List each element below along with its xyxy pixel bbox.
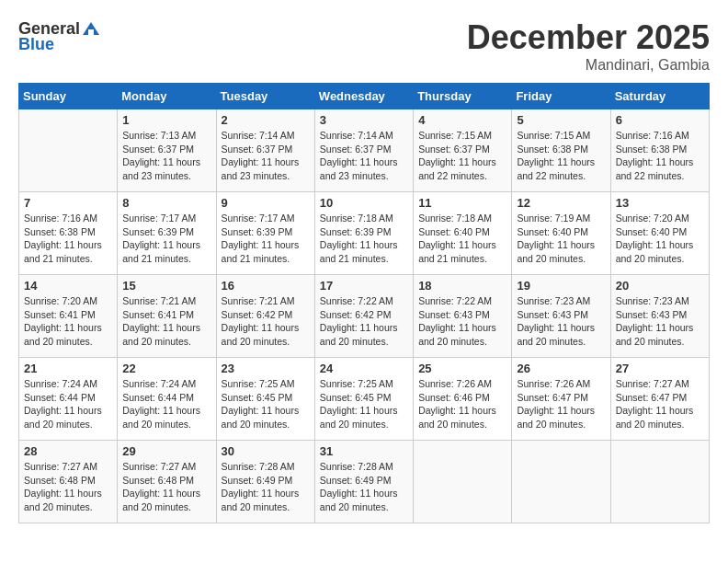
- day-number: 8: [122, 196, 210, 210]
- day-cell-content: Sunrise: 7:27 AM Sunset: 6:47 PM Dayligh…: [616, 377, 704, 431]
- day-number: 5: [517, 113, 605, 127]
- table-row: 11Sunrise: 7:18 AM Sunset: 6:40 PM Dayli…: [414, 192, 512, 275]
- page-header: General Blue December 2025 Mandinari, Ga…: [18, 18, 710, 74]
- week-row-5: 28Sunrise: 7:27 AM Sunset: 6:48 PM Dayli…: [19, 441, 710, 523]
- day-cell-content: Sunrise: 7:26 AM Sunset: 6:46 PM Dayligh…: [418, 377, 506, 431]
- table-row: 12Sunrise: 7:19 AM Sunset: 6:40 PM Dayli…: [512, 192, 610, 275]
- day-cell-content: Sunrise: 7:24 AM Sunset: 6:44 PM Dayligh…: [24, 377, 112, 431]
- table-row: [19, 109, 118, 192]
- day-cell-content: Sunrise: 7:15 AM Sunset: 6:38 PM Dayligh…: [517, 129, 605, 183]
- day-number: 9: [222, 196, 310, 210]
- day-number: 14: [24, 279, 112, 293]
- day-cell-content: Sunrise: 7:23 AM Sunset: 6:43 PM Dayligh…: [616, 294, 704, 349]
- table-row: 24Sunrise: 7:25 AM Sunset: 6:45 PM Dayli…: [314, 358, 413, 441]
- table-row: 22Sunrise: 7:24 AM Sunset: 6:44 PM Dayli…: [118, 358, 216, 441]
- day-cell-content: Sunrise: 7:17 AM Sunset: 6:39 PM Dayligh…: [222, 212, 310, 266]
- table-row: 4Sunrise: 7:15 AM Sunset: 6:37 PM Daylig…: [414, 109, 512, 192]
- table-row: 13Sunrise: 7:20 AM Sunset: 6:40 PM Dayli…: [610, 192, 709, 275]
- day-number: 17: [320, 279, 408, 293]
- table-row: 16Sunrise: 7:21 AM Sunset: 6:42 PM Dayli…: [216, 275, 314, 358]
- table-row: 26Sunrise: 7:26 AM Sunset: 6:47 PM Dayli…: [512, 358, 610, 441]
- col-monday: Monday: [118, 84, 216, 109]
- day-cell-content: Sunrise: 7:22 AM Sunset: 6:42 PM Dayligh…: [320, 294, 408, 349]
- day-cell-content: Sunrise: 7:20 AM Sunset: 6:41 PM Dayligh…: [24, 294, 112, 349]
- day-number: 11: [418, 196, 506, 210]
- day-number: 18: [418, 279, 506, 293]
- col-sunday: Sunday: [19, 84, 118, 109]
- logo: General Blue: [18, 18, 101, 54]
- table-row: 3Sunrise: 7:14 AM Sunset: 6:37 PM Daylig…: [314, 109, 413, 192]
- table-row: 8Sunrise: 7:17 AM Sunset: 6:39 PM Daylig…: [118, 192, 216, 275]
- day-number: 15: [122, 279, 210, 293]
- day-number: 19: [517, 279, 605, 293]
- col-tuesday: Tuesday: [216, 84, 314, 109]
- week-row-3: 14Sunrise: 7:20 AM Sunset: 6:41 PM Dayli…: [19, 275, 710, 358]
- day-cell-content: Sunrise: 7:18 AM Sunset: 6:39 PM Dayligh…: [320, 212, 408, 266]
- day-number: 4: [418, 113, 506, 127]
- table-row: 10Sunrise: 7:18 AM Sunset: 6:39 PM Dayli…: [314, 192, 413, 275]
- day-cell-content: Sunrise: 7:16 AM Sunset: 6:38 PM Dayligh…: [24, 212, 112, 266]
- day-cell-content: Sunrise: 7:27 AM Sunset: 6:48 PM Dayligh…: [24, 460, 112, 514]
- logo-icon: [81, 18, 101, 39]
- calendar-header-row: Sunday Monday Tuesday Wednesday Thursday…: [19, 84, 710, 109]
- table-row: 14Sunrise: 7:20 AM Sunset: 6:41 PM Dayli…: [19, 275, 118, 358]
- day-number: 6: [616, 113, 704, 127]
- day-cell-content: Sunrise: 7:23 AM Sunset: 6:43 PM Dayligh…: [517, 294, 605, 349]
- day-number: 1: [122, 113, 210, 127]
- calendar-table: Sunday Monday Tuesday Wednesday Thursday…: [18, 83, 710, 523]
- logo-blue-text: Blue: [18, 35, 54, 54]
- day-number: 2: [222, 113, 310, 127]
- day-cell-content: Sunrise: 7:18 AM Sunset: 6:40 PM Dayligh…: [418, 212, 506, 266]
- day-number: 25: [418, 362, 506, 375]
- day-number: 27: [616, 362, 704, 375]
- day-number: 22: [122, 362, 210, 375]
- table-row: [610, 441, 709, 523]
- table-row: 6Sunrise: 7:16 AM Sunset: 6:38 PM Daylig…: [610, 109, 709, 192]
- week-row-2: 7Sunrise: 7:16 AM Sunset: 6:38 PM Daylig…: [19, 192, 710, 275]
- day-number: 7: [24, 196, 112, 210]
- table-row: 21Sunrise: 7:24 AM Sunset: 6:44 PM Dayli…: [19, 358, 118, 441]
- day-number: 12: [517, 196, 605, 210]
- week-row-4: 21Sunrise: 7:24 AM Sunset: 6:44 PM Dayli…: [19, 358, 710, 441]
- day-cell-content: Sunrise: 7:19 AM Sunset: 6:40 PM Dayligh…: [517, 212, 605, 266]
- day-cell-content: Sunrise: 7:13 AM Sunset: 6:37 PM Dayligh…: [122, 129, 210, 183]
- day-number: 20: [616, 279, 704, 293]
- day-number: 31: [320, 444, 408, 458]
- day-number: 23: [222, 362, 310, 375]
- day-cell-content: Sunrise: 7:24 AM Sunset: 6:44 PM Dayligh…: [122, 377, 210, 431]
- col-wednesday: Wednesday: [314, 84, 413, 109]
- day-number: 28: [24, 444, 112, 458]
- day-number: 10: [320, 196, 408, 210]
- table-row: 27Sunrise: 7:27 AM Sunset: 6:47 PM Dayli…: [610, 358, 709, 441]
- location-subtitle: Mandinari, Gambia: [467, 57, 710, 74]
- col-friday: Friday: [512, 84, 610, 109]
- day-cell-content: Sunrise: 7:17 AM Sunset: 6:39 PM Dayligh…: [122, 212, 210, 266]
- day-cell-content: Sunrise: 7:14 AM Sunset: 6:37 PM Dayligh…: [320, 129, 408, 183]
- table-row: 20Sunrise: 7:23 AM Sunset: 6:43 PM Dayli…: [610, 275, 709, 358]
- svg-marker-1: [88, 29, 94, 35]
- day-cell-content: Sunrise: 7:21 AM Sunset: 6:42 PM Dayligh…: [222, 294, 310, 349]
- table-row: 23Sunrise: 7:25 AM Sunset: 6:45 PM Dayli…: [216, 358, 314, 441]
- day-cell-content: Sunrise: 7:22 AM Sunset: 6:43 PM Dayligh…: [418, 294, 506, 349]
- table-row: 17Sunrise: 7:22 AM Sunset: 6:42 PM Dayli…: [314, 275, 413, 358]
- day-cell-content: Sunrise: 7:26 AM Sunset: 6:47 PM Dayligh…: [517, 377, 605, 431]
- day-cell-content: Sunrise: 7:16 AM Sunset: 6:38 PM Dayligh…: [616, 129, 704, 183]
- table-row: 31Sunrise: 7:28 AM Sunset: 6:49 PM Dayli…: [314, 441, 413, 523]
- day-cell-content: Sunrise: 7:27 AM Sunset: 6:48 PM Dayligh…: [122, 460, 210, 514]
- day-cell-content: Sunrise: 7:28 AM Sunset: 6:49 PM Dayligh…: [320, 460, 408, 514]
- month-title: December 2025: [467, 18, 710, 57]
- day-number: 16: [222, 279, 310, 293]
- table-row: 28Sunrise: 7:27 AM Sunset: 6:48 PM Dayli…: [19, 441, 118, 523]
- day-cell-content: Sunrise: 7:20 AM Sunset: 6:40 PM Dayligh…: [616, 212, 704, 266]
- day-number: 29: [122, 444, 210, 458]
- table-row: 15Sunrise: 7:21 AM Sunset: 6:41 PM Dayli…: [118, 275, 216, 358]
- day-number: 26: [517, 362, 605, 375]
- day-cell-content: Sunrise: 7:21 AM Sunset: 6:41 PM Dayligh…: [122, 294, 210, 349]
- day-number: 3: [320, 113, 408, 127]
- col-saturday: Saturday: [610, 84, 709, 109]
- table-row: 1Sunrise: 7:13 AM Sunset: 6:37 PM Daylig…: [118, 109, 216, 192]
- day-number: 21: [24, 362, 112, 375]
- table-row: 18Sunrise: 7:22 AM Sunset: 6:43 PM Dayli…: [414, 275, 512, 358]
- day-cell-content: Sunrise: 7:28 AM Sunset: 6:49 PM Dayligh…: [222, 460, 310, 514]
- table-row: [512, 441, 610, 523]
